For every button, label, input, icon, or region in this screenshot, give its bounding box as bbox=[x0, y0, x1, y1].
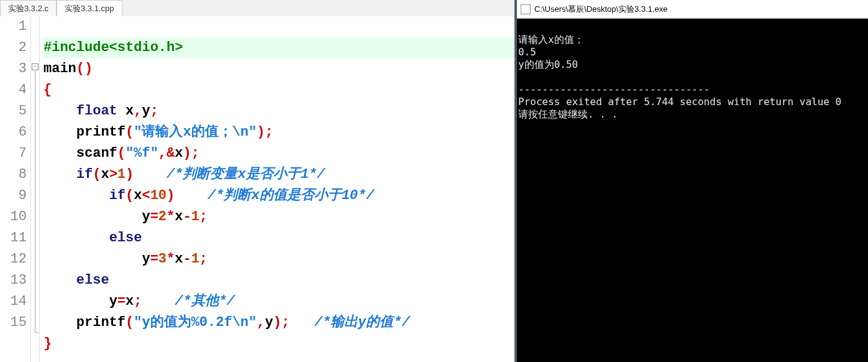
app-icon bbox=[521, 4, 531, 14]
line-number: 7 bbox=[0, 143, 27, 164]
code-line: else bbox=[43, 272, 109, 288]
preprocessor: #include<stdio.h> bbox=[43, 40, 183, 55]
console-line: 0.5 bbox=[518, 46, 536, 58]
tab-file-2[interactable]: 实验3.3.1.cpp bbox=[57, 0, 122, 16]
code-line: main() bbox=[43, 61, 93, 77]
console-pane: C:\Users\慕辰\Desktop\实验3.3.1.exe 请输入x的值； … bbox=[517, 0, 868, 362]
line-number: 8 bbox=[0, 164, 27, 185]
line-number: 12 bbox=[0, 249, 27, 270]
line-number: 1 bbox=[0, 16, 27, 37]
code-line: { bbox=[43, 82, 52, 98]
code-line: if(x<10) /*判断x的值是否小于10*/ bbox=[43, 188, 374, 203]
fold-gutter: - bbox=[31, 16, 40, 362]
line-number: 3 bbox=[0, 58, 27, 80]
line-number: 4 bbox=[0, 80, 27, 101]
console-title: C:\Users\慕辰\Desktop\实验3.3.1.exe bbox=[534, 4, 668, 15]
code-line: #include<stdio.h> bbox=[43, 37, 514, 58]
console-line: 请输入x的值； bbox=[518, 34, 584, 45]
console-output[interactable]: 请输入x的值； 0.5 y的值为0.50 -------------------… bbox=[517, 19, 868, 362]
line-number: 11 bbox=[0, 228, 27, 249]
code-line: float x,y; bbox=[43, 103, 158, 119]
code-area[interactable]: 1 2 3 4 5 6 7 8 9 10 11 12 13 14 15 - #i… bbox=[0, 16, 514, 362]
line-number: 2 bbox=[0, 37, 27, 58]
line-number: 15 bbox=[0, 312, 27, 333]
console-line: -------------------------------- bbox=[518, 83, 710, 95]
line-number: 10 bbox=[0, 207, 27, 228]
line-number-gutter: 1 2 3 4 5 6 7 8 9 10 11 12 13 14 15 bbox=[0, 16, 31, 362]
console-line: y的值为0.50 bbox=[518, 58, 578, 70]
line-number: 6 bbox=[0, 122, 27, 143]
fold-toggle-icon[interactable]: - bbox=[32, 63, 39, 70]
tab-bar: 实验3.3.2.c 实验3.3.1.cpp bbox=[0, 0, 514, 16]
line-number: 13 bbox=[0, 270, 27, 291]
code-line: scanf("%f",&x); bbox=[43, 146, 199, 161]
code-line: if(x>1) /*判断变量x是否小于1*/ bbox=[43, 167, 325, 182]
code-line: y=3*x-1; bbox=[43, 251, 208, 267]
code-line: printf("y的值为%0.2f\n",y); /*输出y的值*/ bbox=[43, 315, 410, 330]
fold-end bbox=[35, 332, 39, 333]
tab-file-1[interactable]: 实验3.3.2.c bbox=[0, 0, 57, 16]
fold-line bbox=[35, 71, 35, 332]
editor-pane: 实验3.3.2.c 实验3.3.1.cpp 1 2 3 4 5 6 7 8 9 … bbox=[0, 0, 517, 362]
code-line: } bbox=[43, 336, 52, 351]
code-line: y=2*x-1; bbox=[43, 209, 208, 225]
line-number: 5 bbox=[0, 101, 27, 122]
code-line: printf("请输入x的值；\n"); bbox=[43, 124, 273, 140]
code-line: y=x; /*其他*/ bbox=[43, 294, 235, 309]
console-line: 请按任意键继续. . . bbox=[518, 108, 618, 120]
line-number: 14 bbox=[0, 291, 27, 312]
console-line: Process exited after 5.744 seconds with … bbox=[518, 96, 841, 108]
console-titlebar[interactable]: C:\Users\慕辰\Desktop\实验3.3.1.exe bbox=[517, 0, 868, 19]
code-line: else bbox=[43, 230, 142, 246]
line-number: 9 bbox=[0, 185, 27, 207]
code-content[interactable]: #include<stdio.h> main() { float x,y; pr… bbox=[40, 16, 514, 362]
